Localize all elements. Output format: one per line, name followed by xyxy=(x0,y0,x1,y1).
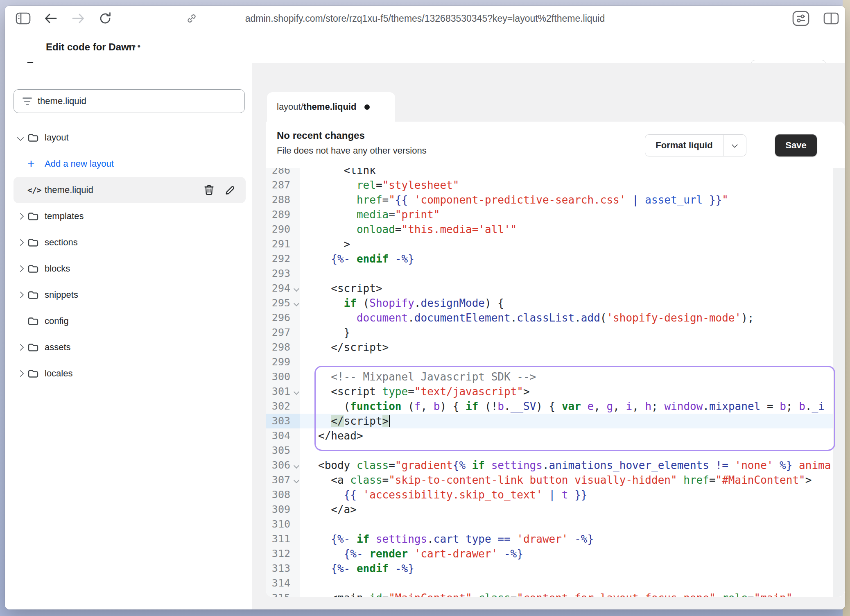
overflow-menu-icon[interactable]: ••• xyxy=(128,31,142,63)
code-line[interactable]: 300 <!-- Mixpanel Javascript SDK --> xyxy=(266,369,845,384)
code-content: {{ 'accessibility.skip_to_text' | t }} xyxy=(300,487,845,502)
code-line[interactable]: 303 </script> xyxy=(266,414,845,428)
code-line[interactable]: 297 } xyxy=(266,325,845,340)
line-number: 314 xyxy=(266,576,300,591)
tab-path-prefix: layout/ xyxy=(277,102,303,112)
sidebar-item-theme-liquid[interactable]: </>theme.liquid xyxy=(14,177,246,203)
code-content: <main id="MainContent" class="content-fo… xyxy=(300,591,845,597)
chevron-right-icon[interactable] xyxy=(17,213,24,220)
extensions-icon[interactable] xyxy=(791,6,810,31)
code-content: media="print" xyxy=(300,207,845,222)
sidebar-item-assets[interactable]: assets xyxy=(14,334,246,360)
code-line[interactable]: 304</head> xyxy=(266,428,845,443)
code-line[interactable]: 310 xyxy=(266,517,845,532)
sidebar-item-label: config xyxy=(45,316,69,326)
code-line[interactable]: 286 <link xyxy=(266,168,845,178)
code-line[interactable]: 291 > xyxy=(266,237,845,251)
code-content: href="{{ 'component-predictive-search.cs… xyxy=(300,192,845,207)
fold-chevron-icon[interactable] xyxy=(294,389,299,395)
editor-scrollbar[interactable] xyxy=(833,168,845,597)
save-button[interactable]: Save xyxy=(775,134,817,156)
fold-chevron-icon[interactable] xyxy=(294,301,299,306)
back-icon[interactable] xyxy=(44,6,58,31)
code-content: <script> xyxy=(300,281,845,296)
code-line[interactable]: 311 {%- if settings.cart_type == 'drawer… xyxy=(266,532,845,546)
split-view-icon[interactable] xyxy=(823,6,839,31)
chevron-right-icon[interactable] xyxy=(17,370,24,377)
code-line[interactable]: 296 document.documentElement.classList.a… xyxy=(266,310,845,325)
code-line[interactable]: 307 <a class="skip-to-content-link butto… xyxy=(266,473,845,487)
code-line[interactable]: 290 onload="this.media='all'" xyxy=(266,222,845,237)
address-bar[interactable]: admin.shopify.com/store/rzq1xu-f5/themes… xyxy=(201,6,649,31)
code-content xyxy=(300,443,845,458)
code-line[interactable]: 301 <script type="text/javascript"> xyxy=(266,384,845,399)
code-line[interactable]: 295 if (Shopify.designMode) { xyxy=(266,296,845,310)
sidebar-item-label: layout xyxy=(45,132,69,143)
chevron-right-icon[interactable] xyxy=(17,344,24,351)
format-liquid-button[interactable]: Format liquid xyxy=(645,134,746,156)
fold-chevron-icon[interactable] xyxy=(294,478,299,483)
folder-icon xyxy=(27,316,39,326)
code-line[interactable]: 308 {{ 'accessibility.skip_to_text' | t … xyxy=(266,487,845,502)
line-number: 309 xyxy=(266,502,300,517)
code-editor[interactable]: 286 <link287 rel="stylesheet"288 href="{… xyxy=(266,168,845,597)
code-content: {%- render 'cart-drawer' -%} xyxy=(300,546,845,561)
line-number: 288 xyxy=(266,192,300,207)
file-tree: layout+Add a new layout</>theme.liquidte… xyxy=(5,125,252,387)
fold-chevron-icon[interactable] xyxy=(294,286,299,292)
tab-theme-liquid[interactable]: layout/theme.liquid xyxy=(267,92,395,122)
sidebar-item-snippets[interactable]: snippets xyxy=(14,282,246,308)
sidebar-item-layout[interactable]: layout xyxy=(14,125,246,151)
code-line[interactable]: 305 xyxy=(266,443,845,458)
code-line[interactable]: 294 <script> xyxy=(266,281,845,296)
sidebar-item-label: sections xyxy=(45,237,78,248)
code-line[interactable]: 288 href="{{ 'component-predictive-searc… xyxy=(266,192,845,207)
code-line[interactable]: 315 <main id="MainContent" class="conten… xyxy=(266,591,845,597)
line-number: 310 xyxy=(266,517,300,532)
code-line[interactable]: 298 </script> xyxy=(266,340,845,355)
edit-icon[interactable] xyxy=(224,184,236,196)
code-line[interactable]: 313 {%- endif -%} xyxy=(266,561,845,576)
code-line[interactable]: 302 (function (f, b) { if (!b.__SV) { va… xyxy=(266,399,845,414)
browser-toolbar: admin.shopify.com/store/rzq1xu-f5/themes… xyxy=(5,6,845,32)
folder-icon xyxy=(27,211,39,222)
chevron-right-icon[interactable] xyxy=(17,239,24,246)
line-number: 311 xyxy=(266,532,300,546)
trash-icon[interactable] xyxy=(203,184,215,196)
code-line[interactable]: 312 {%- render 'cart-drawer' -%} xyxy=(266,546,845,561)
line-number: 312 xyxy=(266,546,300,561)
sidebar-item-config[interactable]: config xyxy=(14,308,246,334)
code-line[interactable]: 299 xyxy=(266,355,845,369)
sidebar-item-blocks[interactable]: blocks xyxy=(14,256,246,282)
code-content: </head> xyxy=(300,428,845,443)
sidebar-item-sections[interactable]: sections xyxy=(14,229,246,256)
forward-icon[interactable] xyxy=(71,6,85,31)
code-line[interactable]: 309 </a> xyxy=(266,502,845,517)
code-line[interactable]: 292 {%- endif -%} xyxy=(266,251,845,266)
page-title: Edit code for Dawn xyxy=(46,31,135,63)
text-cursor xyxy=(389,415,390,427)
folder-icon xyxy=(27,263,39,274)
code-line[interactable]: 314 xyxy=(266,576,845,591)
format-dropdown-button[interactable] xyxy=(723,135,746,156)
code-line[interactable]: 287 rel="stylesheet" xyxy=(266,178,845,192)
code-content: {%- endif -%} xyxy=(300,561,845,576)
sidebar-item-templates[interactable]: templates xyxy=(14,203,246,229)
sidebar-item-label: assets xyxy=(45,342,71,353)
file-search-input[interactable]: theme.liquid xyxy=(14,89,245,113)
unsaved-indicator xyxy=(364,104,370,110)
line-number: 297 xyxy=(266,325,300,340)
code-line[interactable]: 293 xyxy=(266,266,845,281)
sidebar-toggle-icon[interactable] xyxy=(16,6,31,31)
sidebar-item-locales[interactable]: locales xyxy=(14,360,246,387)
code-line[interactable]: 289 media="print" xyxy=(266,207,845,222)
sidebar-item-add-layout[interactable]: +Add a new layout xyxy=(14,151,246,177)
chevron-right-icon[interactable] xyxy=(17,265,24,272)
sidebar-item-label: theme.liquid xyxy=(45,185,93,195)
fold-chevron-icon[interactable] xyxy=(294,463,299,469)
code-line[interactable]: 306<body class="gradient{% if settings.a… xyxy=(266,458,845,473)
chevron-down-icon[interactable] xyxy=(17,134,24,141)
reload-icon[interactable] xyxy=(98,6,112,31)
code-content: <link xyxy=(300,168,845,178)
chevron-right-icon[interactable] xyxy=(17,292,24,299)
